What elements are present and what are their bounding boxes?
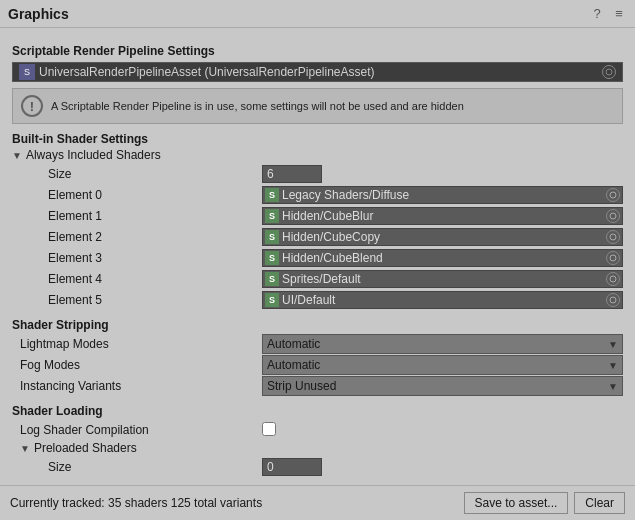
element4-value-container: S Sprites/Default: [262, 270, 623, 288]
instancing-variants-dropdown-text: Strip Unused: [267, 379, 608, 393]
instancing-variants-value-container: Strip Unused ▼: [262, 376, 623, 396]
element3-shader-icon: S: [265, 251, 279, 265]
pipeline-asset-select-btn[interactable]: [602, 65, 616, 79]
element0-value-container: S Legacy Shaders/Diffuse: [262, 186, 623, 204]
element1-row: Element 1 S Hidden/CubeBlur: [12, 206, 623, 226]
preloaded-shaders-foldout[interactable]: ▼ Preloaded Shaders: [12, 441, 623, 455]
svg-point-2: [610, 213, 616, 219]
svg-point-3: [610, 234, 616, 240]
preloaded-size-label: Size: [12, 460, 262, 474]
size-label: Size: [12, 167, 262, 181]
element0-field[interactable]: S Legacy Shaders/Diffuse: [262, 186, 623, 204]
clear-button[interactable]: Clear: [574, 492, 625, 514]
preloaded-shaders-label: Preloaded Shaders: [34, 441, 137, 455]
pipeline-asset-row: S UniversalRenderPipelineAsset (Universa…: [12, 62, 623, 82]
instancing-variants-dropdown[interactable]: Strip Unused ▼: [262, 376, 623, 396]
element1-select-btn[interactable]: [606, 209, 620, 223]
element0-select-btn[interactable]: [606, 188, 620, 202]
element5-field[interactable]: S UI/Default: [262, 291, 623, 309]
size-value-container: [262, 165, 623, 183]
element0-row: Element 0 S Legacy Shaders/Diffuse: [12, 185, 623, 205]
element4-select-btn[interactable]: [606, 272, 620, 286]
shader-loading-header: Shader Loading: [12, 404, 623, 418]
element3-row: Element 3 S Hidden/CubeBlend: [12, 248, 623, 268]
svg-point-6: [610, 297, 616, 303]
lightmap-modes-label: Lightmap Modes: [12, 337, 262, 351]
builtin-shader-header: Built-in Shader Settings: [12, 132, 623, 146]
element2-shader-text: Hidden/CubeCopy: [282, 230, 606, 244]
graphics-window: Graphics ? ≡ Scriptable Render Pipeline …: [0, 0, 635, 520]
main-content: Scriptable Render Pipeline Settings S Un…: [0, 28, 635, 485]
save-to-asset-button[interactable]: Save to asset...: [464, 492, 569, 514]
pipeline-asset-field[interactable]: S UniversalRenderPipelineAsset (Universa…: [12, 62, 623, 82]
instancing-variants-label: Instancing Variants: [12, 379, 262, 393]
element5-shader-icon: S: [265, 293, 279, 307]
fog-modes-dropdown-arrow: ▼: [608, 360, 618, 371]
fog-modes-dropdown[interactable]: Automatic ▼: [262, 355, 623, 375]
preloaded-foldout-triangle: ▼: [20, 443, 30, 454]
lightmap-modes-dropdown[interactable]: Automatic ▼: [262, 334, 623, 354]
preloaded-size-row: Size: [12, 457, 623, 477]
preloaded-size-value-container: [262, 458, 623, 476]
element0-label: Element 0: [12, 188, 262, 202]
fog-modes-label: Fog Modes: [12, 358, 262, 372]
size-input[interactable]: [262, 165, 322, 183]
log-shader-row: Log Shader Compilation: [12, 420, 623, 440]
element4-row: Element 4 S Sprites/Default: [12, 269, 623, 289]
element1-value-container: S Hidden/CubeBlur: [262, 207, 623, 225]
fog-modes-dropdown-text: Automatic: [267, 358, 608, 372]
element3-shader-text: Hidden/CubeBlend: [282, 251, 606, 265]
pipeline-settings-section-header: Scriptable Render Pipeline Settings: [12, 44, 623, 58]
element4-shader-icon: S: [265, 272, 279, 286]
element1-field[interactable]: S Hidden/CubeBlur: [262, 207, 623, 225]
element5-label: Element 5: [12, 293, 262, 307]
log-shader-label: Log Shader Compilation: [12, 423, 262, 437]
element1-label: Element 1: [12, 209, 262, 223]
always-included-label: Always Included Shaders: [26, 148, 161, 162]
element3-field[interactable]: S Hidden/CubeBlend: [262, 249, 623, 267]
title-bar: Graphics ? ≡: [0, 0, 635, 28]
element1-shader-icon: S: [265, 209, 279, 223]
element5-value-container: S UI/Default: [262, 291, 623, 309]
title-bar-right: ? ≡: [589, 6, 627, 22]
svg-point-4: [610, 255, 616, 261]
warning-box: ! A Scriptable Render Pipeline is in use…: [12, 88, 623, 124]
always-included-foldout[interactable]: ▼ Always Included Shaders: [12, 148, 623, 162]
instancing-variants-dropdown-arrow: ▼: [608, 381, 618, 392]
log-shader-value-container: [262, 422, 623, 439]
element2-row: Element 2 S Hidden/CubeCopy: [12, 227, 623, 247]
size-row: Size: [12, 164, 623, 184]
warning-text: A Scriptable Render Pipeline is in use, …: [51, 100, 464, 112]
element2-label: Element 2: [12, 230, 262, 244]
lightmap-modes-dropdown-arrow: ▼: [608, 339, 618, 350]
element4-field[interactable]: S Sprites/Default: [262, 270, 623, 288]
svg-point-0: [606, 69, 612, 75]
element4-label: Element 4: [12, 272, 262, 286]
element0-shader-icon: S: [265, 188, 279, 202]
element5-row: Element 5 S UI/Default: [12, 290, 623, 310]
lightmap-modes-value-container: Automatic ▼: [262, 334, 623, 354]
help-icon[interactable]: ?: [589, 6, 605, 22]
svg-point-1: [610, 192, 616, 198]
element2-value-container: S Hidden/CubeCopy: [262, 228, 623, 246]
element3-select-btn[interactable]: [606, 251, 620, 265]
title-bar-left: Graphics: [8, 6, 69, 22]
element1-shader-text: Hidden/CubeBlur: [282, 209, 606, 223]
warning-icon: !: [21, 95, 43, 117]
element2-field[interactable]: S Hidden/CubeCopy: [262, 228, 623, 246]
log-shader-checkbox[interactable]: [262, 422, 276, 436]
instancing-variants-row: Instancing Variants Strip Unused ▼: [12, 376, 623, 396]
menu-icon[interactable]: ≡: [611, 6, 627, 22]
fog-modes-row: Fog Modes Automatic ▼: [12, 355, 623, 375]
element5-select-btn[interactable]: [606, 293, 620, 307]
element3-label: Element 3: [12, 251, 262, 265]
fog-modes-value-container: Automatic ▼: [262, 355, 623, 375]
lightmap-modes-dropdown-text: Automatic: [267, 337, 608, 351]
preloaded-size-input[interactable]: [262, 458, 322, 476]
foldout-triangle: ▼: [12, 150, 22, 161]
element3-value-container: S Hidden/CubeBlend: [262, 249, 623, 267]
shader-stripping-header: Shader Stripping: [12, 318, 623, 332]
bottom-buttons: Save to asset... Clear: [464, 492, 625, 514]
element5-shader-text: UI/Default: [282, 293, 606, 307]
element2-select-btn[interactable]: [606, 230, 620, 244]
